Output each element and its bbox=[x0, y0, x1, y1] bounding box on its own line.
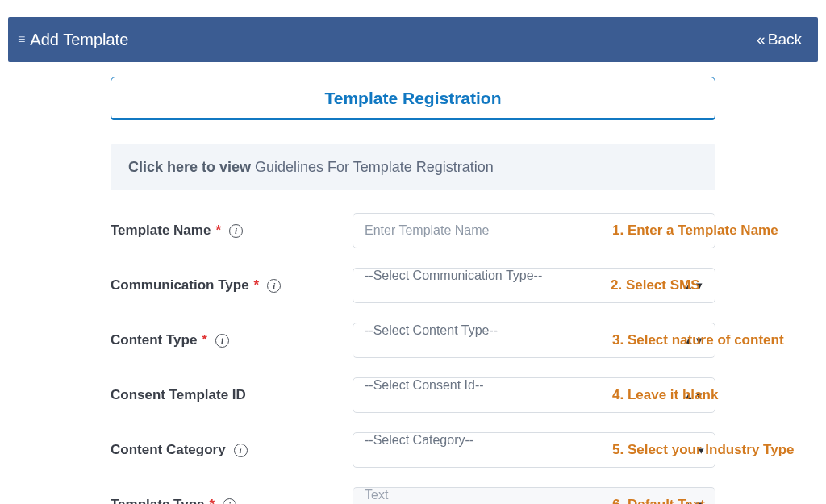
label-text-content-category: Content Category bbox=[111, 442, 226, 458]
header-left: ≡ Add Template bbox=[18, 31, 128, 49]
label-template-type: Template Type * i bbox=[111, 497, 353, 504]
content-type-select[interactable]: --Select Content Type-- bbox=[353, 323, 715, 358]
template-type-select-wrap: Text ▲▼ bbox=[353, 487, 715, 504]
back-button[interactable]: « Back bbox=[757, 31, 802, 48]
page-root: ≡ Add Template « Back Template Registrat… bbox=[0, 0, 826, 504]
back-label: Back bbox=[768, 31, 802, 48]
label-consent-template-id: Consent Template ID bbox=[111, 387, 353, 403]
row-template-name: Template Name* i 1. Enter a Template Nam… bbox=[111, 213, 715, 248]
content-category-select[interactable]: --Select Category-- bbox=[353, 432, 715, 468]
label-communication-type: Communication Type * i bbox=[111, 277, 353, 294]
label-content-category: Content Category i bbox=[111, 442, 353, 458]
tab-template-registration[interactable]: Template Registration bbox=[111, 77, 715, 120]
label-text-template-type: Template Type bbox=[111, 497, 205, 504]
info-icon[interactable]: i bbox=[229, 224, 243, 238]
communication-type-select-wrap: --Select Communication Type-- ▲▼ bbox=[353, 268, 715, 303]
info-icon[interactable]: i bbox=[223, 498, 236, 505]
row-consent-template-id: Consent Template ID --Select Consent Id-… bbox=[111, 377, 715, 413]
info-icon[interactable]: i bbox=[267, 279, 281, 293]
asterisk-icon: * bbox=[254, 277, 260, 294]
label-template-name: Template Name* i bbox=[111, 223, 353, 239]
tab-underline bbox=[111, 123, 715, 123]
info-icon[interactable]: i bbox=[215, 334, 229, 348]
row-communication-type: Communication Type * i --Select Communic… bbox=[111, 268, 715, 303]
content-area: Template Registration Click here to view… bbox=[8, 62, 818, 504]
row-content-category: Content Category i --Select Category-- ▾… bbox=[111, 432, 715, 468]
content-type-select-wrap: --Select Content Type-- ▲▼ bbox=[353, 323, 715, 358]
label-text-template-name: Template Name bbox=[111, 223, 211, 239]
template-form: Template Name* i 1. Enter a Template Nam… bbox=[111, 213, 715, 504]
communication-type-select[interactable]: --Select Communication Type-- bbox=[353, 268, 715, 303]
row-template-type: Template Type * i Text ▲▼ 6. Default Tex… bbox=[111, 487, 715, 504]
info-icon[interactable]: i bbox=[234, 444, 248, 457]
notice-click-text: Click here to view bbox=[128, 159, 251, 175]
row-content-type: Content Type * i --Select Content Type--… bbox=[111, 323, 715, 358]
template-name-input[interactable] bbox=[353, 213, 715, 248]
back-arrows-icon: « bbox=[757, 31, 762, 48]
template-type-select[interactable]: Text bbox=[353, 487, 715, 504]
consent-id-select-wrap: --Select Consent Id-- ▲▼ bbox=[353, 377, 715, 413]
label-content-type: Content Type * i bbox=[111, 332, 353, 348]
asterisk-icon: * bbox=[215, 223, 221, 239]
notice-rest: Guidelines For Template Registration bbox=[251, 159, 494, 175]
content-category-select-wrap: --Select Category-- ▾ bbox=[353, 432, 715, 468]
label-text-communication-type: Communication Type bbox=[111, 277, 249, 294]
label-text-content-type: Content Type bbox=[111, 332, 197, 348]
menu-icon[interactable]: ≡ bbox=[18, 35, 23, 44]
asterisk-icon: * bbox=[202, 332, 207, 348]
guidelines-notice[interactable]: Click here to view Guidelines For Templa… bbox=[111, 144, 715, 190]
label-text-consent-template-id: Consent Template ID bbox=[111, 387, 246, 403]
consent-id-select[interactable]: --Select Consent Id-- bbox=[353, 377, 715, 413]
page-title: Add Template bbox=[30, 31, 128, 49]
header-bar: ≡ Add Template « Back bbox=[8, 17, 818, 62]
asterisk-icon: * bbox=[210, 497, 215, 504]
tab-title: Template Registration bbox=[325, 89, 502, 108]
